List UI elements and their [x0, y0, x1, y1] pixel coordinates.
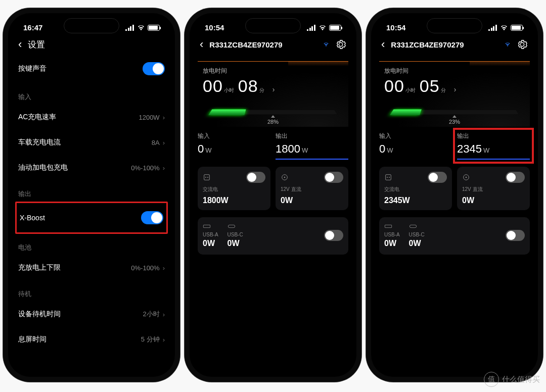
- row-label: 车载充电电流: [18, 138, 61, 147]
- navbar: ‹ R331ZCB4ZE970279: [191, 34, 355, 54]
- row-charge-limit[interactable]: 充放电上下限 0%-100%›: [18, 255, 165, 280]
- notch: [245, 18, 301, 33]
- toggle-ac[interactable]: [428, 172, 447, 183]
- navbar: ‹ 设置: [9, 34, 174, 54]
- row-button-sound[interactable]: 按键声音: [18, 54, 165, 83]
- discharge-label: 放电时间: [379, 62, 530, 76]
- wifi-icon: [318, 25, 327, 31]
- back-icon[interactable]: ‹: [200, 38, 203, 51]
- toggle-dc[interactable]: [324, 172, 343, 183]
- row-ac-rate[interactable]: AC充电速率 1200W›: [18, 105, 165, 130]
- signal-icon: [488, 25, 497, 31]
- wifi-small-icon: [505, 42, 511, 47]
- chevron-right-icon: ›: [163, 336, 165, 344]
- card-usb[interactable]: USB-A 0W USB-C 0W: [198, 217, 348, 255]
- notch: [427, 18, 482, 33]
- row-label: 油动加电包充电: [18, 163, 68, 172]
- signal-icon: [125, 25, 134, 31]
- chevron-right-icon: ›: [454, 85, 457, 93]
- output-box[interactable]: 输出 1800W: [276, 132, 348, 160]
- wifi-icon: [137, 25, 145, 31]
- usb-c-icon: [409, 222, 417, 230]
- back-icon[interactable]: ‹: [381, 38, 385, 51]
- battery-visual: [390, 110, 519, 115]
- clock: 16:47: [23, 23, 42, 32]
- row-xboost[interactable]: X-Boost: [20, 203, 163, 232]
- row-car-current[interactable]: 车载充电电流 8A›: [18, 130, 165, 155]
- discharge-label: 放电时间: [198, 62, 348, 76]
- input-box[interactable]: 输入 0W: [379, 132, 452, 160]
- card-ac[interactable]: 交流电 1800W: [198, 167, 270, 210]
- chevron-right-icon: ›: [163, 264, 165, 272]
- card-dc[interactable]: 12V 直流 0W: [276, 167, 348, 210]
- section-output: 输出: [18, 180, 165, 202]
- gear-icon[interactable]: [335, 39, 346, 50]
- card-usb[interactable]: USB-A 0W USB-C 0W: [379, 217, 530, 255]
- row-screen-off[interactable]: 息屏时间 5 分钟›: [18, 327, 165, 352]
- car-socket-icon: [462, 173, 470, 181]
- discharge-hero[interactable]: 放电时间 00小时 05分 › 23%: [379, 61, 530, 127]
- battery-icon: [511, 25, 523, 31]
- svg-rect-6: [228, 225, 235, 227]
- section-standby: 待机: [18, 280, 165, 302]
- svg-rect-13: [410, 225, 416, 227]
- row-label: AC充电速率: [18, 113, 56, 122]
- clock: 10:54: [205, 23, 224, 32]
- phone-dashboard-b: 10:54 ‹ R331ZCB4ZE970279 放电时间 00小时: [366, 8, 543, 382]
- device-name: R331ZCB4ZE970279: [391, 40, 498, 49]
- wifi-small-icon: [323, 42, 329, 47]
- toggle-xboost[interactable]: [141, 211, 163, 224]
- highlight-xboost: X-Boost: [15, 202, 168, 234]
- watermark-icon: 值: [484, 372, 499, 387]
- toggle-usb[interactable]: [506, 230, 525, 241]
- discharge-timer: 00小时 05分 ›: [379, 76, 530, 96]
- card-ac[interactable]: 交流电 2345W: [379, 167, 452, 210]
- svg-point-9: [389, 177, 390, 178]
- svg-point-11: [466, 177, 467, 178]
- output-box[interactable]: 输出 2345W: [457, 132, 530, 160]
- usb-a-icon: [384, 222, 392, 230]
- row-label: 设备待机时间: [18, 310, 61, 319]
- discharge-timer: 00小时 08分 ›: [198, 76, 348, 96]
- chevron-right-icon: ›: [163, 114, 165, 121]
- signal-icon: [307, 25, 316, 31]
- usb-c-icon: [228, 222, 236, 230]
- back-icon[interactable]: ‹: [18, 38, 22, 51]
- input-box[interactable]: 输入 0W: [198, 132, 270, 160]
- row-label: 按键声音: [18, 64, 47, 73]
- wifi-icon: [500, 25, 508, 31]
- page-title: 设置: [28, 39, 165, 51]
- svg-rect-0: [204, 175, 210, 180]
- chevron-right-icon: ›: [163, 311, 165, 318]
- usb-a-icon: [203, 222, 211, 230]
- plug-icon: [384, 173, 392, 181]
- toggle-dc[interactable]: [506, 172, 525, 183]
- row-label: X-Boost: [20, 214, 45, 222]
- plug-icon: [203, 173, 211, 181]
- svg-rect-12: [385, 225, 391, 227]
- phone-settings: 16:47 ‹ 设置 按键声音 输入 AC充电速率 120: [3, 8, 180, 382]
- battery-percent: 28%: [267, 115, 279, 125]
- toggle-sound[interactable]: [143, 62, 165, 75]
- chevron-right-icon: ›: [163, 139, 165, 146]
- notch: [64, 18, 119, 33]
- svg-point-4: [284, 177, 286, 178]
- svg-rect-5: [203, 225, 210, 227]
- row-device-standby[interactable]: 设备待机时间 2小时›: [18, 302, 165, 327]
- section-input: 输入: [18, 83, 165, 105]
- navbar: ‹ R331ZCB4ZE970279: [372, 34, 537, 54]
- toggle-ac[interactable]: [246, 172, 265, 183]
- chevron-right-icon: ›: [272, 85, 275, 93]
- clock: 10:54: [386, 23, 405, 32]
- battery-visual: [208, 110, 338, 115]
- battery-icon: [148, 25, 160, 31]
- section-battery: 电池: [18, 234, 165, 255]
- toggle-usb[interactable]: [324, 230, 343, 241]
- discharge-hero[interactable]: 放电时间 00小时 08分 › 28%: [198, 61, 348, 127]
- card-dc[interactable]: 12V 直流 0W: [457, 167, 530, 210]
- row-label: 充放电上下限: [18, 263, 61, 272]
- svg-point-1: [205, 177, 206, 178]
- row-oil-charge[interactable]: 油动加电包充电 0%-100%›: [18, 155, 165, 180]
- svg-rect-7: [386, 175, 391, 180]
- gear-icon[interactable]: [517, 39, 528, 50]
